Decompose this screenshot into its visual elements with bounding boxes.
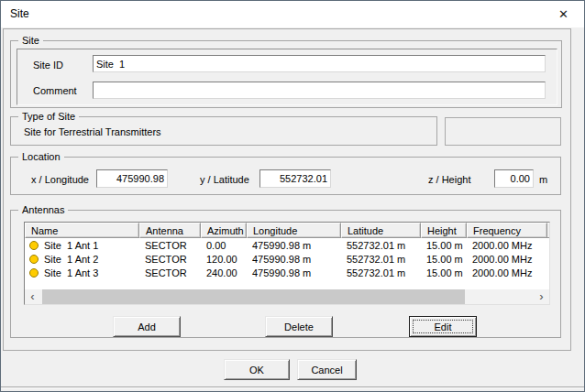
longitude-cell: 475990.98 m: [247, 267, 341, 278]
antenna-name: Site 1 Ant 3: [44, 267, 98, 278]
antennas-group: Antennas Name Antenna Azimuth Longitude …: [10, 210, 561, 338]
antenna-name: Site 1 Ant 2: [44, 254, 98, 265]
antenna-name-cell: Site 1 Ant 2: [25, 254, 139, 265]
table-row[interactable]: Site 1 Ant 1 SECTOR 0.00 475990.98 m 552…: [25, 238, 549, 252]
add-button[interactable]: Add: [113, 316, 181, 337]
antenna-type-cell: SECTOR: [139, 254, 201, 265]
title-bar[interactable]: Site: [1, 1, 584, 27]
x-longitude-label: x / Longitude: [31, 174, 89, 185]
type-of-site-extra-box: [445, 117, 561, 146]
site-group: Site Site ID Comment: [10, 40, 562, 108]
type-of-site-value: Site for Terrestrial Transmitters: [24, 126, 161, 137]
table-row[interactable]: Site 1 Ant 3 SECTOR 240.00 475990.98 m 5…: [25, 266, 549, 279]
site-id-label: Site ID: [33, 60, 63, 71]
bottom-divider: [1, 387, 584, 388]
edit-button-label: Edit: [435, 321, 452, 332]
frequency-cell: 2000.00 MHz: [467, 254, 547, 265]
column-header-antenna[interactable]: Antenna: [139, 223, 201, 238]
latitude-cell: 552732.01 m: [341, 254, 421, 265]
antenna-type-cell: SECTOR: [139, 267, 201, 278]
latitude-cell: 552732.01 m: [341, 267, 421, 278]
column-header-azimuth[interactable]: Azimuth: [201, 223, 247, 238]
column-header-filler: [547, 223, 549, 238]
type-of-site-group-label: Type of Site: [18, 111, 79, 123]
column-header-latitude[interactable]: Latitude: [341, 223, 421, 238]
azimuth-cell: 120.00: [201, 254, 247, 265]
antenna-type-cell: SECTOR: [139, 240, 201, 251]
scrollbar-thumb[interactable]: [42, 289, 465, 304]
window-title: Site: [10, 7, 29, 20]
longitude-cell: 475990.98 m: [247, 254, 341, 265]
antenna-name: Site 1 Ant 1: [44, 240, 98, 251]
horizontal-scrollbar[interactable]: ‹ ›: [25, 289, 549, 304]
site-group-label: Site: [18, 35, 43, 47]
antenna-status-icon: [29, 268, 39, 278]
z-height-unit: m: [539, 174, 547, 185]
column-header-height[interactable]: Height: [421, 223, 467, 238]
delete-button[interactable]: Delete: [265, 316, 333, 337]
comment-input[interactable]: [93, 82, 546, 99]
frequency-cell: 2000.00 MHz: [467, 267, 547, 278]
cancel-button[interactable]: Cancel: [297, 359, 357, 380]
ok-button-label: OK: [249, 365, 264, 376]
close-icon: ✕: [558, 7, 568, 21]
y-latitude-input[interactable]: [259, 169, 331, 188]
comment-label: Comment: [33, 85, 77, 96]
type-of-site-group: Type of Site Site for Terrestrial Transm…: [10, 116, 437, 146]
antennas-group-label: Antennas: [18, 204, 68, 216]
scroll-right-icon[interactable]: ›: [534, 289, 549, 304]
column-header-frequency[interactable]: Frequency: [467, 223, 547, 238]
antenna-name-cell: Site 1 Ant 1: [25, 240, 139, 251]
antenna-status-icon: [29, 241, 39, 250]
site-id-input[interactable]: [93, 55, 546, 72]
longitude-cell: 475990.98 m: [247, 240, 341, 251]
azimuth-cell: 240.00: [201, 267, 247, 278]
z-height-input[interactable]: [494, 169, 534, 188]
antennas-list: Name Antenna Azimuth Longitude Latitude …: [24, 222, 550, 305]
ok-button[interactable]: OK: [224, 359, 290, 380]
scroll-left-icon[interactable]: ‹: [25, 289, 40, 304]
column-header-name[interactable]: Name: [25, 223, 139, 238]
antenna-status-icon: [29, 255, 39, 264]
height-cell: 15.00 m: [421, 254, 467, 265]
column-header-longitude[interactable]: Longitude: [247, 223, 341, 238]
delete-button-label: Delete: [284, 321, 314, 332]
edit-button[interactable]: Edit: [409, 316, 477, 337]
site-dialog: Site ✕ Site Site ID Comment Type of Site…: [0, 0, 585, 392]
location-group: Location x / Longitude y / Latitude z / …: [10, 157, 561, 195]
location-group-label: Location: [18, 151, 64, 163]
frequency-cell: 2000.00 MHz: [467, 240, 547, 251]
z-height-label: z / Height: [428, 174, 470, 185]
add-button-label: Add: [138, 321, 156, 332]
antennas-list-header: Name Antenna Azimuth Longitude Latitude …: [25, 223, 549, 238]
antenna-name-cell: Site 1 Ant 3: [25, 267, 139, 278]
azimuth-cell: 0.00: [201, 240, 247, 251]
cancel-button-label: Cancel: [311, 365, 342, 376]
close-button[interactable]: ✕: [543, 1, 584, 27]
x-longitude-input[interactable]: [96, 169, 168, 188]
table-row[interactable]: Site 1 Ant 2 SECTOR 120.00 475990.98 m 5…: [25, 252, 549, 266]
latitude-cell: 552732.01 m: [341, 240, 421, 251]
height-cell: 15.00 m: [421, 267, 467, 278]
y-latitude-label: y / Latitude: [200, 174, 249, 185]
height-cell: 15.00 m: [421, 240, 467, 251]
